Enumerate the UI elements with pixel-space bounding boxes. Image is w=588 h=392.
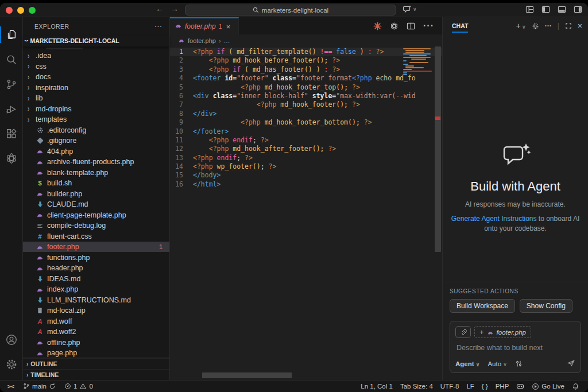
workspace-section-header[interactable]: › MARKETERS-DELIGHT-LOCAL: [23, 36, 169, 46]
folder-row-md-dropins[interactable]: ›md-dropins: [23, 103, 169, 114]
file-row-offline.php[interactable]: offline.php: [23, 337, 169, 348]
editor-more-actions-icon[interactable]: ···: [423, 21, 434, 31]
encoding[interactable]: UTF-8: [438, 383, 462, 390]
breadcrumb[interactable]: footer.php › …: [170, 34, 442, 46]
activity-run-debug-icon[interactable]: [0, 96, 23, 121]
titlebar-chat-button[interactable]: ∨: [403, 5, 417, 14]
file-row-md.woff[interactable]: Amd.woff: [23, 316, 169, 327]
model-select[interactable]: Auto ∨: [488, 360, 506, 367]
back-button[interactable]: ←: [154, 4, 165, 13]
folder-row-lib[interactable]: ›lib: [23, 93, 169, 104]
code-line-7[interactable]: 7 <?php md_hook_footer(); ?>: [170, 100, 442, 109]
generate-agent-instructions-link[interactable]: Generate Agent Instructions: [451, 215, 537, 223]
chat-settings-gear-icon[interactable]: [532, 22, 539, 30]
code-line-9[interactable]: 9 <?php md_hook_footer_bottom(); ?>: [170, 118, 442, 127]
file-row-client-page-template.php[interactable]: client-page-template.php: [23, 209, 169, 220]
file-row-build.sh[interactable]: $build.sh: [23, 178, 169, 189]
file-row-CLAUDE.md[interactable]: CLAUDE.md: [23, 199, 169, 210]
command-center-search[interactable]: marketers-delight-local: [185, 5, 396, 15]
language-mode[interactable]: PHP: [493, 383, 512, 390]
file-row-footer.php[interactable]: footer.php1: [23, 242, 169, 253]
explorer-more-actions-icon[interactable]: ···: [155, 23, 163, 30]
agent-mode-select[interactable]: Agent ∨: [455, 360, 479, 367]
new-chat-button[interactable]: + ∨: [516, 21, 525, 30]
activity-chatgpt-icon[interactable]: [0, 146, 23, 170]
brackets[interactable]: { }: [479, 383, 491, 390]
code-line-2[interactable]: 2 <?php md_hook_before_footer(); ?>: [170, 56, 442, 65]
vertical-scrollbar[interactable]: [435, 46, 441, 252]
file-row-.gitignore[interactable]: .gitignore: [23, 135, 169, 146]
code-line-14[interactable]: 14<?php wp_footer(); ?>: [170, 162, 442, 171]
code-line-10[interactable]: 10</footer>: [170, 127, 442, 136]
tools-icon[interactable]: [515, 360, 523, 367]
file-row-IDEAS.md[interactable]: IDEAS.md: [23, 273, 169, 284]
eol[interactable]: LF: [463, 383, 477, 390]
maximize-panel-icon[interactable]: [565, 22, 572, 29]
activity-extensions-icon[interactable]: [0, 121, 23, 146]
file-row-header.php[interactable]: header.php: [23, 263, 169, 274]
file-row-index.php[interactable]: index.php: [23, 284, 169, 295]
starburst-extension-icon[interactable]: [373, 22, 382, 30]
file-row-compile-debug.log[interactable]: compile-debug.log: [23, 220, 169, 231]
file-row-fluent-cart.css[interactable]: #fluent-cart.css: [23, 231, 169, 242]
traffic-light-minimize[interactable]: [17, 7, 24, 14]
code-line-1[interactable]: 1<?php if ( md_filter_template() !== fal…: [170, 48, 442, 56]
chat-input-box[interactable]: + footer.php Describe what to build next…: [450, 321, 581, 373]
file-row-builder.php[interactable]: builder.php: [23, 188, 169, 199]
tab-close-icon[interactable]: ×: [226, 22, 231, 31]
timeline-section-header[interactable]: › TIMELINE: [23, 369, 169, 380]
code-line-11[interactable]: 11 <?php endif; ?>: [170, 136, 442, 145]
chat-input-placeholder[interactable]: Describe what to build next: [457, 344, 575, 352]
problems-button[interactable]: 1 0: [61, 381, 96, 392]
close-panel-icon[interactable]: ×: [578, 21, 582, 30]
notifications-bell-icon[interactable]: [569, 383, 582, 390]
chat-more-actions-icon[interactable]: ···: [545, 22, 552, 30]
layout-customize-icon[interactable]: [525, 5, 534, 14]
traffic-light-zoom[interactable]: [29, 7, 36, 14]
attach-context-button[interactable]: [455, 326, 471, 338]
split-editor-icon[interactable]: [407, 22, 415, 30]
horizontal-scrollbar[interactable]: [202, 372, 292, 378]
activity-search-icon[interactable]: [0, 47, 23, 72]
code-line-12[interactable]: 12 <?php md_hook_after_footer(); ?>: [170, 145, 442, 153]
file-row-.editorconfig[interactable]: .editorconfig: [23, 125, 169, 135]
folder-row-docs[interactable]: ›docs: [23, 72, 169, 83]
file-row-blank-template.php[interactable]: blank-template.php: [23, 167, 169, 178]
forward-button[interactable]: →: [169, 4, 180, 13]
file-row-md-local.zip[interactable]: md-local.zip: [23, 305, 169, 316]
toggle-primary-sidebar-icon[interactable]: [541, 5, 550, 14]
file-row-404.php[interactable]: 404.php: [23, 146, 169, 157]
branch-button[interactable]: main: [20, 381, 59, 392]
code-area[interactable]: 1<?php if ( md_filter_template() !== fal…: [170, 46, 442, 380]
code-line-3[interactable]: 3 <?php if ( md_has_footer() ) : ?>: [170, 65, 442, 74]
toggle-panel-icon[interactable]: [558, 5, 566, 14]
context-chip-footer-php[interactable]: + footer.php: [474, 326, 531, 338]
code-line-4[interactable]: 4<footer id="footer" class="footer forma…: [170, 74, 442, 83]
file-row-page.php[interactable]: page.php: [23, 348, 169, 358]
accounts-icon[interactable]: [0, 327, 23, 352]
file-row-LLM_INSTRUCTIONS.md[interactable]: LLM_INSTRUCTIONS.md: [23, 294, 169, 305]
folder-row-css[interactable]: ›css: [23, 61, 169, 72]
copilot-button[interactable]: [513, 383, 527, 390]
send-button[interactable]: [567, 359, 575, 368]
traffic-light-close[interactable]: [6, 7, 13, 14]
folder-row-templates[interactable]: ›templates: [23, 114, 169, 125]
toggle-secondary-sidebar-icon[interactable]: [574, 5, 582, 14]
remote-indicator[interactable]: ><: [5, 381, 17, 392]
minimap[interactable]: [403, 48, 433, 76]
chatgpt-editor-icon[interactable]: [390, 22, 399, 30]
go-live-button[interactable]: Go Live: [529, 383, 567, 390]
settings-gear-icon[interactable]: [0, 352, 23, 377]
code-line-8[interactable]: 8</div>: [170, 110, 442, 118]
code-line-15[interactable]: 15</body>: [170, 171, 442, 180]
code-line-6[interactable]: 6<div class="inner block-half" style="ma…: [170, 92, 442, 100]
activity-explorer-icon[interactable]: [0, 22, 23, 47]
editor-tab-footer-php[interactable]: footer.php 1 ×: [170, 17, 239, 34]
code-line-13[interactable]: 13<?php endif; ?>: [170, 154, 442, 162]
file-row-functions.php[interactable]: functions.php: [23, 252, 169, 263]
activity-source-control-icon[interactable]: [0, 72, 23, 96]
folder-row-inspiration[interactable]: ›inspiration: [23, 82, 169, 93]
code-line-5[interactable]: 5 <?php md_hook_footer_top(); ?>: [170, 83, 442, 92]
cursor-position[interactable]: Ln 1, Col 1: [358, 383, 396, 390]
chat-tab-label[interactable]: CHAT: [452, 22, 468, 33]
